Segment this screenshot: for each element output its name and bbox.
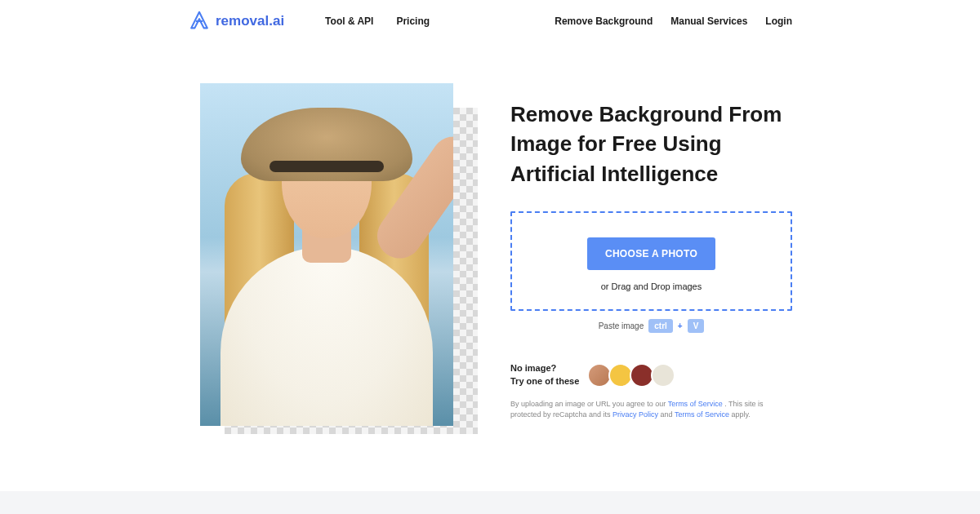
content-column: Remove Background From Image for Free Us… (510, 83, 792, 434)
paste-hint: Paste image ctrl + V (510, 319, 792, 333)
tos-link[interactable]: Terms of Service (668, 400, 723, 408)
legal-text: By uploading an image or URL you agree t… (510, 399, 788, 421)
samples-row: No image? Try one of these (510, 362, 792, 388)
page-title: Remove Background From Image for Free Us… (510, 100, 792, 188)
plus-icon: + (678, 321, 683, 330)
kbd-ctrl: ctrl (648, 319, 673, 333)
logo-icon (188, 10, 211, 33)
privacy-link[interactable]: Privacy Policy (612, 410, 658, 419)
samples-line1: No image? (510, 362, 579, 374)
nav-pricing[interactable]: Pricing (396, 16, 430, 27)
drag-drop-label: or Drag and Drop images (512, 281, 791, 291)
nav-manual-services[interactable]: Manual Services (670, 16, 747, 27)
main: Remove Background From Image for Free Us… (0, 42, 980, 434)
footer-bar (0, 491, 980, 514)
logo[interactable]: removal.ai (188, 10, 284, 33)
nav-left: Tool & API Pricing (325, 16, 430, 27)
upload-dropzone[interactable]: CHOOSE A PHOTO or Drag and Drop images (510, 211, 792, 311)
kbd-v: V (688, 319, 705, 333)
samples-line2: Try one of these (510, 375, 579, 388)
samples-text: No image? Try one of these (510, 362, 579, 388)
nav-login[interactable]: Login (765, 16, 792, 27)
sample-photo (200, 83, 453, 426)
tos-link-2[interactable]: Terms of Service (675, 410, 729, 419)
nav-remove-bg[interactable]: Remove Background (555, 16, 653, 27)
paste-label: Paste image (599, 321, 644, 330)
nav-tool-api[interactable]: Tool & API (325, 16, 373, 27)
sample-thumbs (590, 363, 675, 388)
choose-photo-button[interactable]: CHOOSE A PHOTO (587, 237, 715, 270)
header: removal.ai Tool & API Pricing Remove Bac… (0, 0, 980, 42)
nav-right: Remove Background Manual Services Login (555, 16, 792, 27)
logo-text: removal.ai (216, 13, 284, 29)
hero-image (200, 83, 478, 434)
sample-thumb-4[interactable] (651, 363, 675, 388)
